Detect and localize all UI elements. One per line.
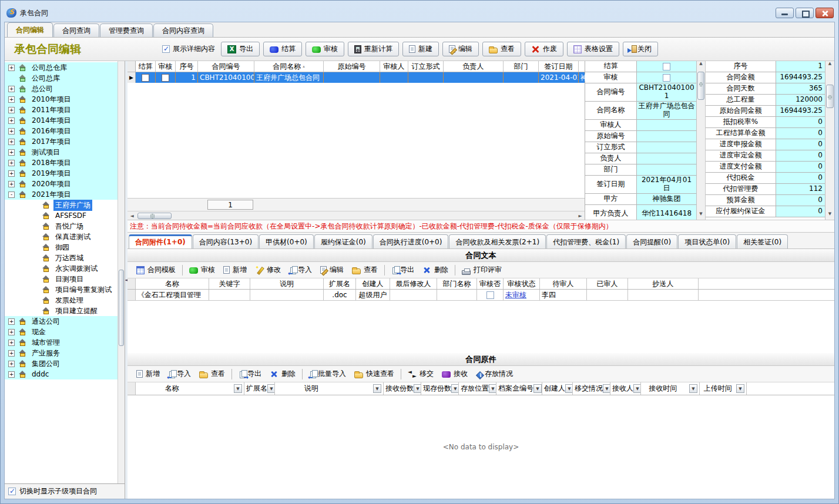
column-header-合同名称[interactable]: 合同名称▴: [254, 61, 324, 72]
column-header-审核[interactable]: 审核: [156, 61, 176, 72]
section-tab-甲供材(0+0)[interactable]: 甲供材(0+0): [259, 234, 314, 248]
expand-icon[interactable]: +: [8, 65, 15, 71]
新建-button[interactable]: 新建: [402, 42, 439, 56]
column-header-上传时间[interactable]: 上传时间▼: [700, 382, 747, 395]
audit-checkbox-box[interactable]: [162, 74, 169, 82]
detail-right-scroll-thumb[interactable]: [826, 85, 834, 108]
移交-button[interactable]: 移交: [404, 368, 438, 380]
column-header-扩展名[interactable]: 扩展名▼: [244, 382, 275, 395]
filter-dropdown-icon[interactable]: ▼: [451, 384, 459, 393]
tree-item-现金[interactable]: +现金: [5, 327, 125, 337]
tab-合同编辑[interactable]: 合同编辑: [7, 22, 53, 37]
tree-item-2014年项目[interactable]: +2014年项目: [5, 115, 125, 126]
settle-checkbox-box[interactable]: [142, 74, 149, 82]
contract-text-grid-row[interactable]: 《金石工程项目管理.doc超级用户未审核李四: [127, 290, 834, 301]
audit-checkbox-box[interactable]: [486, 291, 494, 299]
tree-item-万达西城[interactable]: +万达西城: [5, 253, 125, 263]
section-tab-代扣管理费、税金(1)[interactable]: 代扣管理费、税金(1): [546, 234, 626, 248]
column-header-部门[interactable]: 部门: [504, 61, 539, 72]
批量导入-button[interactable]: 批量导入: [305, 368, 350, 380]
detail-right-scroll-up[interactable]: ▲: [825, 61, 834, 69]
expand-icon[interactable]: +: [8, 181, 15, 187]
column-header-存放位置[interactable]: 存放位置▼: [459, 382, 496, 395]
show-detail-checkbox-box[interactable]: [162, 45, 170, 53]
sidebar-scrollbar[interactable]: [118, 61, 125, 483]
表格设置-button[interactable]: 表格设置: [567, 42, 619, 56]
column-header-说明[interactable]: 说明: [250, 278, 324, 289]
filter-dropdown-icon[interactable]: ▼: [603, 384, 610, 393]
detail-left-scroll-up[interactable]: ▲: [697, 61, 705, 69]
column-header-档案盒编号[interactable]: 档案盒编号▼: [496, 382, 542, 395]
tab-管理费查询[interactable]: 管理费查询: [100, 23, 153, 37]
column-header-创建人[interactable]: 创建人▼: [542, 382, 573, 395]
expand-icon[interactable]: +: [8, 86, 15, 92]
expand-icon[interactable]: +: [8, 128, 15, 135]
tree-item-dddc[interactable]: +dddc: [5, 369, 125, 379]
tree-item-2011年项目[interactable]: +2011年项目: [5, 105, 125, 115]
column-header-序号[interactable]: 序号: [176, 61, 198, 72]
column-header-名称[interactable]: 名称▼: [136, 382, 244, 395]
contracts-grid-hscrollbar[interactable]: ◄ ►: [127, 211, 585, 220]
tree-item-城市管理[interactable]: +城市管理: [5, 337, 125, 348]
tree-item-2010年项目[interactable]: +2010年项目: [5, 94, 125, 105]
column-header-名称[interactable]: 名称: [136, 278, 209, 289]
导出-button[interactable]: 导出: [221, 42, 260, 56]
column-header-说明[interactable]: 说明▼: [275, 382, 384, 395]
结算-button[interactable]: 结算: [263, 42, 302, 56]
show-children-checkbox[interactable]: [8, 488, 16, 495]
编辑-button[interactable]: 编辑: [442, 42, 479, 56]
column-header-关键字[interactable]: 关键字: [209, 278, 250, 289]
section-tab-项目状态单(0)[interactable]: 项目状态单(0): [678, 234, 736, 248]
查看-button[interactable]: 查看: [348, 264, 382, 276]
expand-icon[interactable]: +: [8, 160, 15, 166]
tree-item-2017年项目[interactable]: +2017年项目: [5, 136, 125, 147]
tree-item-2016年项目[interactable]: +2016年项目: [5, 126, 125, 136]
filter-dropdown-icon[interactable]: ▼: [533, 384, 542, 393]
column-header-接收时间[interactable]: 接收时间▼: [641, 382, 700, 395]
detail-right-scroll-down[interactable]: ▼: [825, 211, 834, 220]
section-tab-合同附件(1+0)[interactable]: 合同附件(1+0): [129, 234, 192, 248]
audit-checkbox[interactable]: [156, 72, 176, 83]
expand-icon[interactable]: +: [8, 170, 15, 177]
audit-checkbox[interactable]: [477, 290, 504, 300]
column-header-审核否[interactable]: 审核否: [477, 278, 504, 289]
column-header-结算[interactable]: 结算: [136, 61, 156, 72]
filter-dropdown-icon[interactable]: ▼: [489, 384, 496, 393]
detail-value[interactable]: [637, 61, 696, 72]
detail-left-scroll-down[interactable]: ▼: [697, 211, 705, 220]
column-header-签订日期[interactable]: 签订日期: [539, 61, 579, 72]
collapse-icon[interactable]: -: [8, 191, 15, 198]
审核-checkbox[interactable]: [663, 74, 670, 82]
expand-icon[interactable]: +: [8, 96, 15, 103]
column-header-订立形式[interactable]: 订立形式: [408, 61, 444, 72]
section-tab-合同内容(13+0)[interactable]: 合同内容(13+0): [193, 234, 259, 248]
导出-button[interactable]: 导出: [234, 368, 266, 380]
tree-item-产业服务[interactable]: +产业服务: [5, 348, 125, 358]
重新计算-button[interactable]: 重新计算: [348, 42, 399, 56]
filter-dropdown-icon[interactable]: ▼: [736, 384, 744, 393]
tree-item-2021年项目[interactable]: -2021年项目: [5, 189, 125, 200]
tree-item-总公司[interactable]: +总公司: [5, 83, 125, 94]
column-header-创建人[interactable]: 创建人: [356, 278, 390, 289]
close-button[interactable]: [815, 8, 834, 18]
tree-item-2018年项目[interactable]: +2018年项目: [5, 157, 125, 168]
tab-合同内容查询[interactable]: 合同内容查询: [153, 23, 213, 37]
expand-icon[interactable]: +: [8, 107, 15, 113]
tree-item-2019年项目[interactable]: +2019年项目: [5, 168, 125, 179]
filter-dropdown-icon[interactable]: ▼: [689, 384, 697, 393]
tree-item-2020年项目[interactable]: +2020年项目: [5, 179, 125, 189]
结算-checkbox[interactable]: [663, 63, 670, 70]
sidebar-scrollbar-thumb[interactable]: [119, 270, 124, 346]
column-header-扩展名[interactable]: 扩展名: [324, 278, 356, 289]
审核-button[interactable]: 审核: [306, 42, 344, 56]
tree-item-项目建立提醒[interactable]: +项目建立提醒: [5, 305, 125, 316]
hscroll-thumb[interactable]: [137, 213, 172, 219]
查看-button[interactable]: 查看: [195, 368, 229, 380]
作废-button[interactable]: 作废: [525, 42, 563, 56]
detail-left-scrollbar[interactable]: ▲ ▼: [697, 61, 706, 220]
新增-button[interactable]: 新增: [132, 368, 164, 380]
tree-item-公司总库[interactable]: +公司总库: [5, 73, 125, 83]
column-header-接收份数[interactable]: 接收份数▼: [384, 382, 421, 395]
expand-icon[interactable]: +: [8, 117, 15, 124]
section-tab-合同执行进度(0+0)[interactable]: 合同执行进度(0+0): [373, 234, 449, 248]
